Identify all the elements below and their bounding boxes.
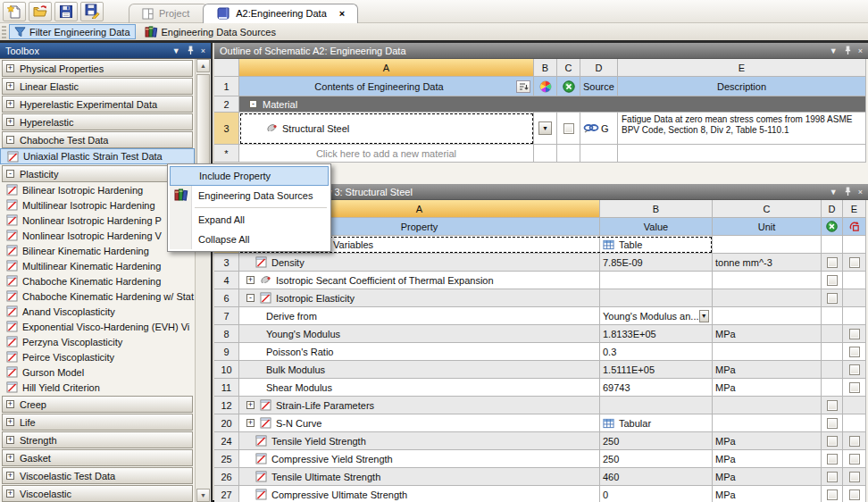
col-b-header[interactable]: B <box>600 200 713 218</box>
property-row[interactable]: 12 +Strain-Life Parameters <box>214 397 866 414</box>
pin-icon[interactable] <box>187 46 195 55</box>
property-name-cell[interactable]: +Strain-Life Parameters <box>239 397 600 414</box>
collapse-icon[interactable]: - <box>249 100 257 108</box>
toolbox-cat-viscoelastic[interactable]: +Viscoelastic <box>2 485 193 502</box>
expand-icon[interactable]: - <box>6 170 14 178</box>
expand-icon[interactable]: + <box>246 419 255 427</box>
scroll-down-icon[interactable]: ▼ <box>196 489 210 502</box>
checkbox[interactable] <box>563 123 574 134</box>
close-icon[interactable]: × <box>858 46 863 55</box>
menu-item-collapse-all[interactable]: Collapse All <box>170 230 329 249</box>
toolbox-item[interactable]: Nonlinear Isotropic Hardening P <box>0 213 195 228</box>
expand-icon[interactable]: + <box>6 64 14 72</box>
property-row[interactable]: 25 Compressive Yield Strength 250 MPa <box>214 450 866 468</box>
property-value-cell[interactable]: 69743 <box>600 379 713 397</box>
close-icon[interactable]: × <box>858 188 863 197</box>
property-name-cell[interactable]: Compressive Yield Strength <box>239 450 600 468</box>
property-row[interactable]: 26 Tensile Ultimate Strength 460 MPa <box>214 468 866 486</box>
tab-project[interactable]: Project <box>129 4 208 23</box>
tab-engineering-data[interactable]: A2:Engineering Data × <box>203 4 358 23</box>
expand-icon[interactable]: + <box>6 100 14 108</box>
checkbox[interactable] <box>849 329 860 339</box>
property-value-cell[interactable]: Tabular <box>600 414 713 432</box>
property-name-cell[interactable]: Derive from <box>239 307 600 325</box>
property-name-cell[interactable]: +S-N Curve <box>239 414 600 432</box>
property-value-cell[interactable]: 1.5111E+05 <box>600 361 713 379</box>
col-e-header[interactable]: E <box>843 200 866 218</box>
property-value-cell[interactable]: 460 <box>600 468 713 486</box>
close-icon[interactable]: × <box>201 46 205 55</box>
property-name-cell[interactable]: Compressive Ultimate Strength <box>239 486 600 502</box>
checkbox[interactable] <box>849 347 860 357</box>
property-row[interactable]: 6 -Isotropic Elasticity <box>214 289 866 307</box>
scroll-up-icon[interactable]: ▲ <box>196 59 210 72</box>
add-material-cell[interactable]: Click here to add a new material <box>239 145 534 163</box>
dropdown-icon[interactable]: ▼ <box>699 310 710 322</box>
col-c-header[interactable]: C <box>557 59 580 77</box>
property-name-cell[interactable]: Tensile Ultimate Strength <box>239 468 600 486</box>
panel-menu-icon[interactable]: ▼ <box>830 188 838 197</box>
property-row[interactable]: 11 Shear Modulus 69743 MPa <box>214 379 866 397</box>
expand-icon[interactable]: + <box>6 400 14 408</box>
property-value-cell[interactable]: 250 <box>600 432 713 450</box>
toolbox-item[interactable]: Peirce Viscoplasticity <box>0 349 195 364</box>
toolbox-item[interactable]: Gurson Model <box>0 364 195 380</box>
expand-icon[interactable]: + <box>6 472 14 480</box>
panel-menu-icon[interactable]: ▼ <box>830 46 838 55</box>
property-name-cell[interactable]: +Isotropic Secant Coefficient of Thermal… <box>239 272 600 289</box>
expand-icon[interactable]: + <box>6 82 14 90</box>
pin-icon[interactable] <box>844 46 852 55</box>
property-name-cell[interactable]: Young's Modulus <box>239 325 600 343</box>
expand-icon[interactable]: - <box>6 136 14 144</box>
dropdown-icon[interactable]: ▼ <box>538 121 552 135</box>
toolbox-item[interactable]: Bilinear Kinematic Hardening <box>0 243 195 258</box>
material-group-cell[interactable]: - Material <box>239 96 866 113</box>
outline-material-group-row[interactable]: 2 - Material <box>214 96 866 113</box>
toolbox-cat-hyperelastic[interactable]: +Hyperelastic <box>2 113 193 130</box>
save-as-button[interactable] <box>80 2 104 21</box>
filter-engineering-data-button[interactable]: Filter Engineering Data <box>9 24 136 39</box>
col-b-header[interactable]: B <box>534 59 557 77</box>
menu-item-engineering-data-sources[interactable]: Engineering Data Sources <box>170 186 329 205</box>
property-value-cell[interactable]: 250 <box>600 450 713 468</box>
toolbox-item[interactable]: Chaboche Kinematic Hardening w/ Stat <box>0 289 195 304</box>
expand-icon[interactable]: + <box>6 418 14 426</box>
property-row[interactable]: 8 Young's Modulus 1.8133E+05 MPa <box>214 325 866 343</box>
expand-icon[interactable]: + <box>246 276 255 284</box>
checkbox[interactable] <box>827 418 838 429</box>
checkbox[interactable] <box>849 436 860 447</box>
open-button[interactable] <box>29 2 52 21</box>
toolbox-cat-physical-properties[interactable]: +Physical Properties <box>2 60 193 77</box>
toolbox-item[interactable]: Multilinear Isotropic Hardening <box>0 197 195 213</box>
property-name-cell[interactable]: Poisson's Ratio <box>239 343 600 361</box>
property-name-cell[interactable]: Bulk Modulus <box>239 361 600 379</box>
property-row[interactable]: 10 Bulk Modulus 1.5111E+05 MPa <box>214 361 866 379</box>
checkbox[interactable] <box>827 257 838 268</box>
menu-item-expand-all[interactable]: Expand All <box>170 210 329 230</box>
property-row[interactable]: 24 Tensile Yield Strength 250 MPa <box>214 432 866 450</box>
toolbox-item[interactable]: Hill Yield Criterion <box>0 380 195 395</box>
pin-icon[interactable] <box>844 187 852 197</box>
panel-menu-icon[interactable]: ▼ <box>172 46 180 55</box>
property-name-cell[interactable]: Density <box>239 254 600 272</box>
toolbox-cat-viscoelastic-test-data[interactable]: +Viscoelastic Test Data <box>2 467 193 484</box>
checkbox[interactable] <box>849 382 860 393</box>
property-value-cell[interactable]: 7.85E-09 <box>600 254 713 272</box>
col-e-header[interactable]: E <box>618 59 866 77</box>
col-d-header[interactable]: D <box>822 200 843 218</box>
toolbox-cat-strength[interactable]: +Strength <box>2 431 193 448</box>
expand-icon[interactable]: + <box>246 401 255 409</box>
checkbox[interactable] <box>849 257 860 268</box>
collapse-icon[interactable]: - <box>246 294 255 302</box>
toolbox-item[interactable]: Anand Viscoplasticity <box>0 304 195 319</box>
toolbox-cat-linear-elastic[interactable]: +Linear Elastic <box>2 78 193 95</box>
col-a-header[interactable]: A <box>239 59 534 77</box>
toolbox-cat-chaboche-test-data[interactable]: -Chaboche Test Data <box>2 131 193 148</box>
col-c-header[interactable]: C <box>713 200 822 218</box>
checkbox[interactable] <box>827 489 838 500</box>
property-value-cell[interactable]: Young's Modulus an...▼ <box>600 307 713 325</box>
checkbox[interactable] <box>849 364 860 375</box>
property-value-cell[interactable]: 0 <box>600 486 713 502</box>
checkbox[interactable] <box>849 489 860 500</box>
checkbox[interactable] <box>827 275 838 286</box>
